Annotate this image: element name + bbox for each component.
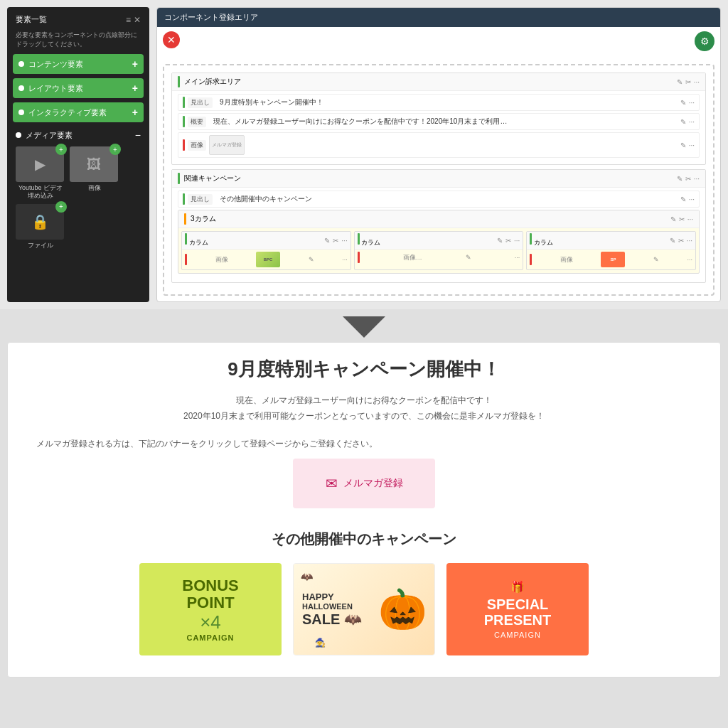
media-label: メディア要素 bbox=[26, 130, 73, 141]
col-3-header: カラム ✎ ✂ ··· bbox=[527, 232, 695, 250]
heading-ellipsis-icon[interactable]: ··· bbox=[689, 99, 695, 107]
bonus-campaign-card[interactable]: BONUSPOINT ×4 CAMPAIGN bbox=[139, 563, 282, 655]
bonus-subtitle: CAMPAIGN bbox=[182, 633, 238, 642]
media-item-image[interactable]: 🖼 + 画像 bbox=[70, 146, 119, 200]
file-add-icon[interactable]: + bbox=[55, 201, 67, 213]
three-col-pencil-icon[interactable]: ✎ bbox=[670, 215, 676, 223]
preview-subtitle: その他開催中のキャンペーン bbox=[36, 530, 692, 549]
component-remove-button[interactable]: ✕ bbox=[163, 31, 180, 48]
col-1-ellipsis-icon[interactable]: ··· bbox=[341, 237, 347, 245]
col-1-header: カラム ✎ ✂ ··· bbox=[182, 232, 350, 250]
col-2-image-pencil-icon[interactable]: ✎ bbox=[466, 254, 471, 261]
three-col-scissors-icon[interactable]: ✂ bbox=[679, 215, 685, 223]
email-banner-label: メルマガ登録 bbox=[343, 477, 403, 490]
category-dot-interactive bbox=[18, 109, 24, 115]
component-area-title: コンポーネント登録エリア bbox=[164, 12, 258, 23]
halloween-halloween-text: HALLOWEEN bbox=[302, 602, 362, 611]
related-heading-ellipsis-icon[interactable]: ··· bbox=[689, 196, 695, 203]
col-item-2: カラム ✎ ✂ ··· bbox=[354, 231, 524, 270]
col-3-image-ellipsis-icon[interactable]: ··· bbox=[687, 256, 692, 263]
related-pencil-icon[interactable]: ✎ bbox=[677, 175, 682, 183]
summary-value: 現在、メルマガ登録ユーザー向けにお得なクーポンを配信中です！2020年10月末ま… bbox=[213, 117, 512, 127]
main-accent bbox=[178, 76, 180, 87]
media-collapse-icon[interactable]: − bbox=[135, 129, 141, 141]
col-2-ellipsis-icon[interactable]: ··· bbox=[514, 237, 520, 245]
summary-pencil-icon[interactable]: ✎ bbox=[680, 118, 686, 126]
related-heading-value: その他開催中のキャンペーン bbox=[220, 194, 312, 204]
col-2-pencil-icon[interactable]: ✎ bbox=[497, 237, 503, 245]
related-ellipsis-icon[interactable]: ··· bbox=[694, 175, 700, 183]
youtube-add-icon[interactable]: + bbox=[55, 144, 67, 155]
heading-field: 見出し 9月度特別キャンペーン開催中！ ✎ ··· bbox=[178, 94, 700, 111]
col-2-image-accent bbox=[358, 252, 360, 263]
related-section-icons: ✎ ✂ ··· bbox=[677, 175, 700, 183]
preview-body-line1: 現在、メルマガ登録ユーザー向けにお得なクーポンを配信中です！ bbox=[36, 393, 692, 409]
campaign-grid: BONUSPOINT ×4 CAMPAIGN 🦇 HAPPY HALLOWEEN… bbox=[36, 563, 692, 655]
col-2-image-ellipsis-icon[interactable]: ··· bbox=[515, 254, 520, 261]
col-1-scissors-icon[interactable]: ✂ bbox=[333, 237, 338, 245]
col-2-scissors-icon[interactable]: ✂ bbox=[505, 237, 511, 245]
image-preview-text: メルマガ登録 bbox=[212, 141, 242, 149]
image-icon: 🖼 bbox=[87, 156, 101, 173]
media-item-youtube[interactable]: ▶ + Youtube ビデオ埋め込み bbox=[16, 146, 65, 200]
category-dot-layout bbox=[18, 85, 24, 91]
image-pencil-icon[interactable]: ✎ bbox=[680, 141, 686, 149]
related-heading-pencil-icon[interactable]: ✎ bbox=[680, 196, 686, 203]
col-3-ellipsis-icon[interactable]: ··· bbox=[687, 237, 692, 245]
sidebar: 要素一覧 ≡ ✕ 必要な要素をコンポーネントの点線部分にドラッグしてください。 … bbox=[7, 7, 149, 302]
related-section-row: 関連キャンペーン ✎ ✂ ··· 見出し その他開催中のキャンペーン bbox=[171, 169, 706, 283]
preview-title: 9月度特別キャンペーン開催中！ bbox=[36, 357, 692, 382]
preview-section: 9月度特別キャンペーン開催中！ 現在、メルマガ登録ユーザー向けにお得なクーポンを… bbox=[7, 342, 721, 678]
col-3-scissors-icon[interactable]: ✂ bbox=[678, 237, 684, 245]
special-campaign-card[interactable]: 🎁 SPECIALPRESENT CAMPAIGN bbox=[446, 563, 589, 655]
col-1-image-ellipsis-icon[interactable]: ··· bbox=[342, 256, 348, 263]
category-add-layout-icon[interactable]: + bbox=[132, 82, 138, 94]
sidebar-category-content[interactable]: コンテンツ要素 + bbox=[13, 54, 144, 74]
heading-pencil-icon[interactable]: ✎ bbox=[680, 99, 686, 107]
col-1-accent bbox=[185, 233, 187, 245]
bat-icon: 🦇 bbox=[301, 571, 313, 582]
summary-ellipsis-icon[interactable]: ··· bbox=[689, 118, 695, 126]
col-3-pencil-icon[interactable]: ✎ bbox=[670, 237, 675, 245]
col-3-accent bbox=[530, 233, 532, 245]
image-add-icon[interactable]: + bbox=[109, 144, 121, 155]
category-label-content: コンテンツ要素 bbox=[28, 59, 83, 70]
related-heading-field-label: 見出し bbox=[188, 194, 213, 205]
email-banner[interactable]: ✉ メルマガ登録 bbox=[293, 459, 435, 508]
heading-field-label: 見出し bbox=[188, 97, 213, 108]
halloween-campaign-card[interactable]: 🦇 HAPPY HALLOWEEN SALE 🦇 🎃 🧙 bbox=[293, 563, 435, 655]
halloween-happy: HAPPY bbox=[302, 592, 362, 602]
arrow-section bbox=[0, 309, 728, 342]
heading-value: 9月度特別キャンペーン開催中！ bbox=[220, 97, 323, 107]
ellipsis-icon[interactable]: ··· bbox=[694, 78, 700, 86]
col-1-pencil-icon[interactable]: ✎ bbox=[324, 237, 330, 245]
main-section-icons: ✎ ✂ ··· bbox=[677, 78, 700, 86]
col-3-image-pencil-icon[interactable]: ✎ bbox=[653, 256, 659, 263]
component-settings-button[interactable]: ⚙ bbox=[695, 31, 714, 51]
bonus-title: BONUSPOINT bbox=[182, 577, 238, 611]
main-section-inner: 見出し 9月度特別キャンペーン開催中！ ✎ ··· 概要 現 bbox=[172, 91, 705, 164]
col-1-image-pencil-icon[interactable]: ✎ bbox=[309, 256, 314, 263]
email-icon: ✉ bbox=[326, 475, 338, 492]
media-grid: ▶ + Youtube ビデオ埋め込み 🖼 + 画像 🔒 + bbox=[16, 146, 141, 249]
col-2-label: カラム bbox=[361, 239, 380, 246]
image-ellipsis-icon[interactable]: ··· bbox=[689, 141, 695, 149]
youtube-label: Youtube ビデオ埋め込み bbox=[16, 184, 65, 200]
media-item-file[interactable]: 🔒 + ファイル bbox=[16, 204, 65, 250]
image-accent bbox=[183, 139, 185, 151]
close-icon[interactable]: ✕ bbox=[134, 15, 141, 25]
sidebar-category-layout[interactable]: レイアウト要素 + bbox=[13, 78, 144, 98]
scissors-icon[interactable]: ✂ bbox=[685, 78, 691, 86]
preview-body: 現在、メルマガ登録ユーザー向けにお得なクーポンを配信中です！ 2020年10月末… bbox=[36, 393, 692, 424]
sidebar-category-interactive[interactable]: インタラクティブ要素 + bbox=[13, 102, 144, 122]
category-add-interactive-icon[interactable]: + bbox=[132, 107, 138, 118]
three-col-ellipsis-icon[interactable]: ··· bbox=[687, 215, 693, 223]
menu-icon[interactable]: ≡ bbox=[126, 15, 131, 25]
category-add-icon[interactable]: + bbox=[132, 58, 138, 70]
col-1-image-label: 画像 bbox=[215, 255, 228, 264]
related-section-label: 関連キャンペーン bbox=[184, 173, 241, 183]
related-heading-accent bbox=[183, 193, 185, 205]
pencil-icon[interactable]: ✎ bbox=[677, 78, 682, 86]
image-preview: メルマガ登録 bbox=[209, 135, 245, 155]
related-scissors-icon[interactable]: ✂ bbox=[685, 175, 691, 183]
